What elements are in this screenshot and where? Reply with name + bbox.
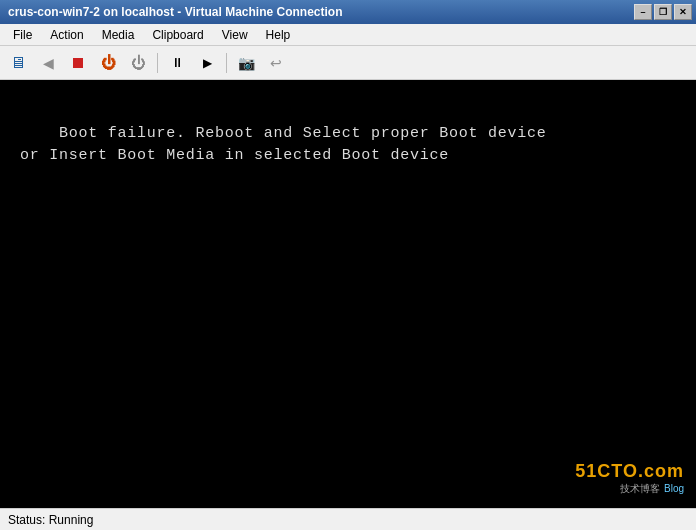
vm-display-area[interactable]: Boot failure. Reboot and Select proper B… [0,80,696,508]
shutdown-icon: ⏻ [101,54,116,71]
menu-action[interactable]: Action [41,25,92,45]
status-text: Status: Running [8,513,93,527]
toolbar: 🖥 ◀ ⏹ ⏻ ⏻ ⏸ ▶ 📷 ↩ [0,46,696,80]
menu-file[interactable]: File [4,25,41,45]
toolbar-separator-1 [157,53,158,73]
undo-button[interactable]: ↩ [262,50,290,76]
shutdown-button[interactable]: ⏻ [94,50,122,76]
pause-icon: ⏸ [171,55,184,70]
vm-boot-message: Boot failure. Reboot and Select proper B… [20,100,547,190]
vm-icon-button[interactable]: 🖥 [4,50,32,76]
menu-bar: File Action Media Clipboard View Help [0,24,696,46]
boot-line-1: Boot failure. Reboot and Select proper B… [59,125,547,142]
watermark-blog: Blog [664,483,684,494]
watermark-sub: 技术博客 [620,482,660,496]
resume-icon: ▶ [203,56,212,70]
resume-button[interactable]: ▶ [193,50,221,76]
undo-icon: ↩ [270,55,282,71]
title-controls: – ❐ ✕ [634,4,692,20]
title-text: crus-con-win7-2 on localhost - Virtual M… [8,5,342,19]
power-off-icon: ⏻ [131,54,146,71]
stop-icon: ⏹ [70,54,86,72]
title-bar: crus-con-win7-2 on localhost - Virtual M… [0,0,696,24]
back-icon: ◀ [43,55,54,71]
minimize-button[interactable]: – [634,4,652,20]
vm-icon: 🖥 [10,54,26,72]
restore-button[interactable]: ❐ [654,4,672,20]
status-bar: Status: Running [0,508,696,530]
menu-media[interactable]: Media [93,25,144,45]
toolbar-separator-2 [226,53,227,73]
menu-view[interactable]: View [213,25,257,45]
snapshot-button[interactable]: 📷 [232,50,260,76]
power-off-button[interactable]: ⏻ [124,50,152,76]
watermark: 51CTO.com 技术博客 Blog [575,461,684,496]
menu-help[interactable]: Help [257,25,300,45]
close-button[interactable]: ✕ [674,4,692,20]
boot-line-2: or Insert Boot Media in selected Boot de… [20,147,449,164]
pause-button[interactable]: ⏸ [163,50,191,76]
back-button[interactable]: ◀ [34,50,62,76]
watermark-logo: 51CTO.com [575,461,684,482]
snapshot-icon: 📷 [238,55,255,71]
menu-clipboard[interactable]: Clipboard [143,25,212,45]
stop-button[interactable]: ⏹ [64,50,92,76]
